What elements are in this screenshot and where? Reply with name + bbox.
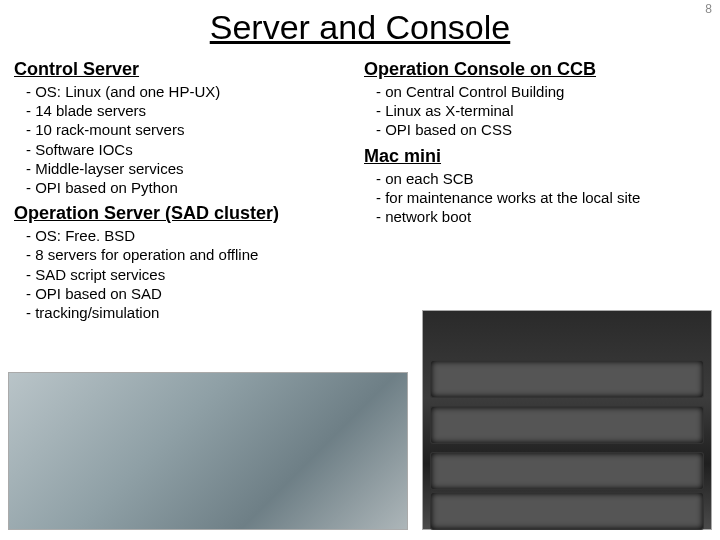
bullet-item: - tracking/simulation [26,303,356,322]
heading-operation-console: Operation Console on CCB [364,59,706,80]
bullet-item: - on each SCB [376,169,706,188]
heading-operation-server: Operation Server (SAD cluster) [14,203,356,224]
bullets-operation-console: - on Central Control Building - Linux as… [364,82,706,140]
left-column: Control Server - OS: Linux (and one HP-U… [14,57,356,328]
bullet-item: - OPI based on CSS [376,120,706,139]
page-number: 8 [705,2,712,16]
rack-unit [431,453,703,489]
bullet-item: - for maintenance works at the local sit… [376,188,706,207]
rack-unit [431,493,703,529]
bullet-item: - 14 blade servers [26,101,356,120]
bullet-item: - SAD script services [26,265,356,284]
bullet-item: - OS: Free. BSD [26,226,356,245]
heading-mac-mini: Mac mini [364,146,706,167]
bullet-item: - OPI based on SAD [26,284,356,303]
control-room-photo [8,372,408,530]
bullet-item: - on Central Control Building [376,82,706,101]
bullets-mac-mini: - on each SCB - for maintenance works at… [364,169,706,227]
bullet-item: - OS: Linux (and one HP-UX) [26,82,356,101]
right-column: Operation Console on CCB - on Central Co… [364,57,706,328]
server-rack-photo [422,310,712,530]
bullets-control-server: - OS: Linux (and one HP-UX) - 14 blade s… [14,82,356,197]
bullet-item: - Linux as X-terminal [376,101,706,120]
bullet-item: - network boot [376,207,706,226]
bullet-item: - OPI based on Python [26,178,356,197]
bullet-item: - 10 rack-mount servers [26,120,356,139]
bullet-item: - 8 servers for operation and offline [26,245,356,264]
slide-title: Server and Console [0,8,720,47]
bullet-item: - Software IOCs [26,140,356,159]
bullets-operation-server: - OS: Free. BSD - 8 servers for operatio… [14,226,356,322]
content-columns: Control Server - OS: Linux (and one HP-U… [0,57,720,328]
bullet-item: - Middle-layser services [26,159,356,178]
heading-control-server: Control Server [14,59,356,80]
